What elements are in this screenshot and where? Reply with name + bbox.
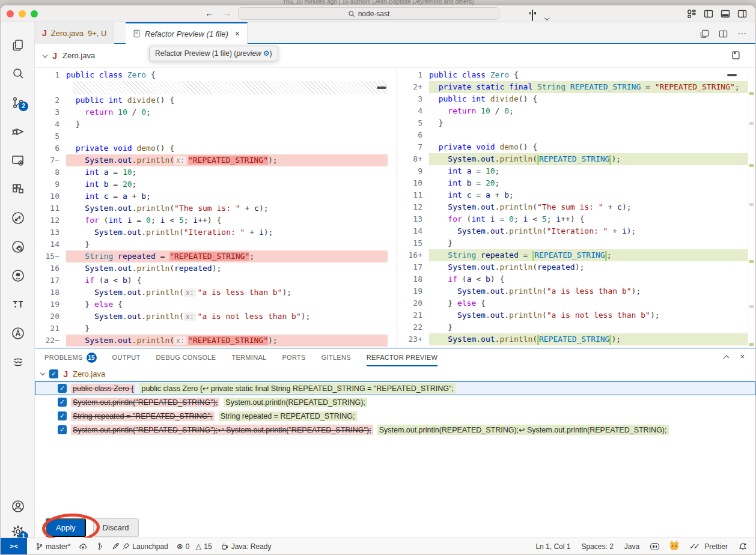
indentation-item[interactable]: Spaces: 2 bbox=[581, 542, 613, 551]
code-line[interactable]: 17 System.out.println(repeated); bbox=[398, 261, 748, 273]
extensions-icon[interactable] bbox=[11, 182, 25, 196]
command-center-search[interactable]: node-sast bbox=[238, 7, 499, 20]
refactor-change-row[interactable]: ✓System.out.println("REPEATED_STRING");↩… bbox=[35, 423, 755, 437]
panel-tab-terminal[interactable]: TERMINAL bbox=[231, 348, 266, 366]
copilot-icon[interactable] bbox=[532, 10, 542, 20]
refactor-change-row[interactable]: ✓public class Zero {public class Zero {↩… bbox=[35, 381, 755, 395]
language-mode-item[interactable]: Java bbox=[624, 542, 639, 551]
code-line[interactable]: 9 int a = 10; bbox=[398, 165, 748, 177]
toggle-panel-icon[interactable] bbox=[721, 9, 731, 19]
code-line[interactable]: 5 } bbox=[398, 117, 748, 129]
code-line[interactable]: 8 int a = 10; bbox=[35, 166, 397, 178]
a-extension-icon[interactable] bbox=[11, 326, 25, 341]
testing-tools-icon[interactable] bbox=[11, 297, 25, 312]
code-line[interactable]: 22 } bbox=[398, 321, 748, 333]
code-line[interactable]: 7 private void demo() { bbox=[398, 141, 748, 153]
code-line[interactable]: 13 for (int i = 0; i < 5; i++) { bbox=[398, 213, 748, 225]
change-checkbox[interactable]: ✓ bbox=[58, 411, 67, 420]
refactor-change-row[interactable]: ✓System.out.println("REPEATED_STRING");S… bbox=[35, 395, 755, 409]
explorer-icon[interactable] bbox=[11, 38, 25, 52]
code-line[interactable]: 9 int b = 20; bbox=[35, 178, 397, 190]
panel-tab-ports[interactable]: PORTS bbox=[282, 348, 305, 366]
code-line[interactable]: 19 System.out.println("a is less than b"… bbox=[398, 285, 748, 297]
code-line[interactable]: 17 if (a < b) { bbox=[35, 274, 397, 287]
accounts-icon[interactable] bbox=[11, 499, 25, 514]
pet-cat-icon[interactable] bbox=[670, 542, 678, 550]
discard-button[interactable]: Discard bbox=[93, 518, 139, 537]
java-status-item[interactable]: Java: Ready bbox=[221, 542, 272, 551]
code-line[interactable]: 11 System.out.println("The sum is: " + c… bbox=[35, 202, 397, 214]
editor-layout-icon[interactable] bbox=[719, 29, 728, 38]
git-branch-item[interactable]: master* bbox=[35, 542, 70, 551]
notifications-bell-icon[interactable] bbox=[739, 542, 747, 551]
code-line[interactable]: 1public class Zero { bbox=[35, 69, 397, 81]
panel-tab-output[interactable]: OUTPUT bbox=[112, 348, 141, 366]
launchpad-item[interactable]: Launchpad bbox=[112, 542, 168, 551]
code-scanning-icon[interactable] bbox=[11, 240, 25, 254]
code-line[interactable]: 23+ System.out.println(REPEATED_STRING); bbox=[398, 333, 748, 345]
navigate-forward-icon[interactable]: → bbox=[222, 8, 231, 18]
panel-tab-problems[interactable]: PROBLEMS15 bbox=[44, 348, 97, 366]
publish-changes-icon[interactable] bbox=[79, 542, 87, 551]
problems-item[interactable]: ⊗0 △15 bbox=[177, 542, 212, 551]
cursor-position-item[interactable]: Ln 1, Col 1 bbox=[535, 542, 570, 551]
code-line[interactable]: 4 return 10 / 0; bbox=[398, 105, 748, 117]
github-icon[interactable] bbox=[11, 268, 25, 283]
code-line[interactable]: 12 for (int i = 0; i < 5; i++) { bbox=[35, 214, 397, 226]
copilot-status-icon[interactable] bbox=[650, 543, 659, 550]
collapse-chevron-icon[interactable] bbox=[43, 53, 48, 58]
change-checkbox[interactable]: ✓ bbox=[58, 398, 67, 407]
maximize-panel-icon[interactable] bbox=[723, 355, 730, 362]
pipeline-status-icon[interactable] bbox=[96, 542, 103, 550]
minimize-window-button[interactable] bbox=[19, 10, 26, 17]
code-line[interactable]: 18 if (a < b) { bbox=[398, 273, 748, 285]
tab-refactor-preview[interactable]: Refactor Preview (1 file) × bbox=[126, 22, 248, 44]
panel-tab-gitlens[interactable]: GITLENS bbox=[322, 348, 351, 366]
code-line[interactable]: 18 System.out.println(x:"a is less than … bbox=[35, 287, 397, 299]
diff-modified-pane[interactable]: 1public class Zero {2+ private static fi… bbox=[398, 68, 748, 348]
refactor-file-row[interactable]: ✓ J Zero.java bbox=[35, 366, 755, 381]
toggle-secondary-sidebar-icon[interactable] bbox=[737, 9, 748, 19]
apply-button[interactable]: Apply bbox=[46, 518, 86, 537]
code-line[interactable]: 7− System.out.println(x:"REPEATED_STRING… bbox=[35, 154, 397, 166]
file-checkbox[interactable]: ✓ bbox=[49, 369, 58, 378]
code-line[interactable]: 1public class Zero { bbox=[398, 69, 748, 81]
code-line[interactable]: 6 bbox=[398, 129, 748, 141]
code-line[interactable]: 8+ System.out.println(REPEATED_STRING); bbox=[398, 153, 748, 165]
remote-explorer-icon[interactable] bbox=[11, 153, 25, 168]
code-line[interactable]: 11 int c = a + b; bbox=[398, 189, 748, 201]
run-and-debug-icon[interactable] bbox=[11, 124, 25, 139]
toggle-primary-sidebar-icon[interactable] bbox=[704, 9, 714, 19]
code-line[interactable]: 20 } else { bbox=[398, 297, 748, 309]
zoom-window-button[interactable] bbox=[31, 10, 38, 17]
chevron-down-icon[interactable] bbox=[40, 371, 46, 376]
overview-ruler[interactable] bbox=[748, 68, 755, 348]
remote-indicator[interactable]: >< bbox=[1, 538, 27, 554]
waves-extension-icon[interactable] bbox=[11, 355, 25, 369]
open-file-icon[interactable] bbox=[731, 50, 741, 60]
change-checkbox[interactable]: ✓ bbox=[58, 384, 67, 393]
code-line[interactable]: 14 } bbox=[35, 238, 397, 250]
code-line[interactable]: 3 return 10 / 0; bbox=[35, 106, 397, 118]
code-line[interactable]: 2+ private static final String REPEATED_… bbox=[398, 81, 748, 93]
customize-layout-icon[interactable] bbox=[687, 9, 697, 19]
code-line[interactable]: 21 System.out.println("a is not less tha… bbox=[398, 309, 748, 321]
split-editor-icon[interactable] bbox=[700, 29, 709, 38]
search-icon[interactable] bbox=[11, 67, 25, 81]
code-line[interactable]: 16 System.out.println(repeated); bbox=[35, 262, 397, 274]
code-line[interactable]: 21 } bbox=[35, 323, 397, 335]
close-panel-icon[interactable]: × bbox=[740, 352, 745, 361]
more-actions-icon[interactable]: ⋯ bbox=[737, 28, 747, 39]
tab-zero-java[interactable]: J Zero.java 9+, U bbox=[35, 22, 114, 44]
code-line[interactable]: 2 public int divide() { bbox=[35, 94, 397, 106]
refactor-change-row[interactable]: ✓String repeated = "REPEATED_STRING";Str… bbox=[35, 409, 755, 423]
code-line[interactable]: 13 System.out.println("Iteration: " + i)… bbox=[35, 226, 397, 238]
close-tab-icon[interactable]: × bbox=[235, 29, 240, 38]
close-window-button[interactable] bbox=[7, 10, 14, 17]
formatter-item[interactable]: ✓✓ Prettier bbox=[689, 542, 728, 551]
code-line[interactable]: 10 int b = 20; bbox=[398, 177, 748, 189]
panel-tab-debug-console[interactable]: DEBUG CONSOLE bbox=[156, 348, 216, 366]
code-line[interactable]: 4 } bbox=[35, 118, 397, 130]
code-line[interactable]: 19 } else { bbox=[35, 299, 397, 311]
pipelines-icon[interactable] bbox=[11, 211, 25, 225]
